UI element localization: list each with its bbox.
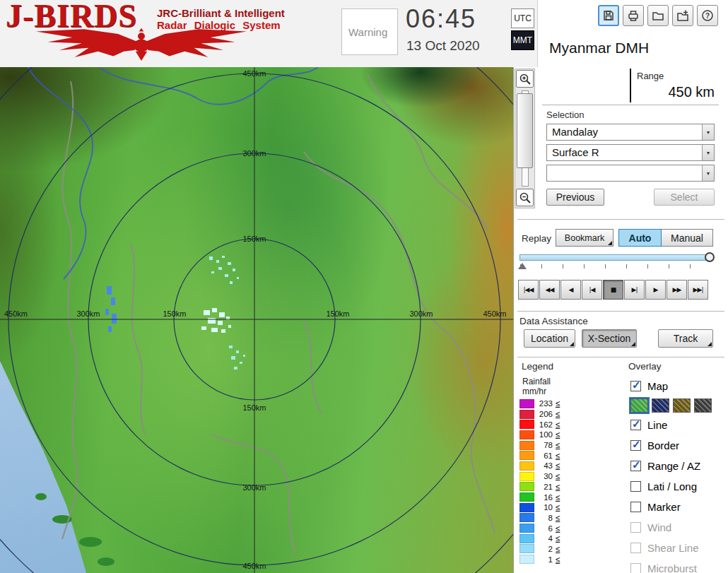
replay-mode-buttons: Bookmark Auto Manual xyxy=(556,229,713,247)
lte-symbol: ≤ xyxy=(556,545,560,553)
overlay-item-label: Line xyxy=(647,419,667,431)
zoom-slider-thumb[interactable] xyxy=(517,93,533,168)
location-button[interactable]: Location xyxy=(524,329,575,348)
legend-color-swatch xyxy=(519,524,534,533)
import-button[interactable] xyxy=(672,5,693,26)
chevron-down-icon[interactable] xyxy=(702,124,714,140)
manual-mode-button[interactable]: Manual xyxy=(662,229,713,247)
skip-to-end-button[interactable]: ▶▶| xyxy=(688,280,708,300)
legend-color-swatch xyxy=(519,420,534,429)
print-button[interactable] xyxy=(623,5,644,26)
overlay-item-line[interactable]: Line xyxy=(627,415,728,435)
help-button[interactable]: ? xyxy=(697,5,718,26)
range-group: Range 450 km xyxy=(542,69,719,105)
legend-unit-line2: mm/hr xyxy=(522,386,624,396)
overlay-label: Overlay xyxy=(628,361,728,372)
checkbox[interactable] xyxy=(630,440,641,451)
range-divider xyxy=(630,69,631,102)
save-button[interactable] xyxy=(598,5,619,26)
legend-value: 10 xyxy=(534,503,553,512)
bookmark-button[interactable]: Bookmark xyxy=(556,229,613,247)
zoom-out-button[interactable] xyxy=(516,189,534,206)
map-style-options xyxy=(630,396,728,415)
checkbox[interactable] xyxy=(630,420,641,430)
legend-color-swatch xyxy=(519,492,534,502)
lte-symbol: ≤ xyxy=(556,451,560,460)
fast-forward-button[interactable]: ▶▶ xyxy=(667,280,687,300)
legend-entries: 233≤206≤162≤100≤78≤61≤43≤30≤21≤16≤10≤8≤6… xyxy=(519,398,624,565)
legend-entry: 6≤ xyxy=(519,523,624,533)
step-forward-button[interactable]: ▶| xyxy=(624,280,645,300)
timeline-ticks xyxy=(520,264,711,268)
divider xyxy=(517,311,724,312)
replay-timeline-thumb[interactable] xyxy=(705,252,715,262)
replay-timeline-slider[interactable] xyxy=(519,254,712,261)
auto-mode-button[interactable]: Auto xyxy=(618,229,662,247)
warning-indicator[interactable]: Warning xyxy=(341,8,398,55)
legend-label: Legend xyxy=(522,361,624,372)
legend-entry: 43≤ xyxy=(519,461,624,471)
checkbox[interactable] xyxy=(630,481,641,492)
top-right-panel: ? Myanmar DMH xyxy=(537,0,728,67)
overlay-item-lati-long[interactable]: Lati / Long xyxy=(627,476,728,497)
legend-entry: 16≤ xyxy=(519,492,624,502)
data-assistance-group: Data Assistance Location X-Section Track xyxy=(514,316,728,354)
overlay-item-wind: Wind xyxy=(627,517,728,538)
lte-symbol: ≤ xyxy=(556,514,560,522)
clock-date: 13 Oct 2020 xyxy=(406,38,480,54)
lte-symbol: ≤ xyxy=(556,420,560,429)
legend-value: 8 xyxy=(534,514,553,522)
track-button[interactable]: Track xyxy=(658,329,713,348)
radar-map[interactable]: 450km 300km 150km 450km 300km 150km 150k… xyxy=(0,67,513,573)
utc-button[interactable]: UTC xyxy=(511,8,534,28)
checkbox[interactable] xyxy=(630,381,641,391)
map-style-navy[interactable] xyxy=(652,398,669,413)
checkbox[interactable] xyxy=(630,502,641,512)
legend-color-swatch xyxy=(519,482,534,491)
legend-unit-line1: Rainfall xyxy=(522,377,624,386)
overlay-item-microburst: Microburst xyxy=(627,558,728,573)
overlay-item-border[interactable]: Border xyxy=(627,435,728,456)
mmt-button[interactable]: MMT xyxy=(511,30,534,50)
select-button[interactable]: Select xyxy=(654,189,715,206)
fast-rewind-button[interactable]: ◀◀ xyxy=(539,280,560,300)
product-dropdown[interactable]: Surface R xyxy=(546,144,715,161)
legend-value: 162 xyxy=(534,420,553,429)
svg-text:450km: 450km xyxy=(483,309,506,318)
legend-color-swatch xyxy=(519,513,534,522)
checkbox[interactable] xyxy=(630,461,641,471)
zoom-in-button[interactable] xyxy=(516,70,534,88)
x-section-button[interactable]: X-Section xyxy=(582,329,637,348)
legend-entry: 8≤ xyxy=(519,513,624,524)
overlay-item-marker[interactable]: Marker xyxy=(627,497,728,517)
open-folder-button[interactable] xyxy=(647,5,669,26)
overlay-item-label: Wind xyxy=(647,521,671,533)
extra-dropdown[interactable] xyxy=(546,165,715,182)
play-button[interactable]: ▶ xyxy=(645,280,666,300)
map-style-green[interactable] xyxy=(630,398,648,413)
selection-label: Selection xyxy=(546,110,715,120)
play-reverse-button[interactable]: ◀ xyxy=(560,280,581,300)
step-back-button[interactable]: |◀ xyxy=(582,280,602,300)
map-style-olive[interactable] xyxy=(673,398,691,413)
overlay-item-range-az[interactable]: Range / AZ xyxy=(627,456,728,476)
header: J-BIRDS JRC-Brilliant & Intelligent Rada… xyxy=(0,0,537,67)
legend-value: 43 xyxy=(534,461,553,470)
divider xyxy=(517,357,724,358)
stop-button[interactable]: ■ xyxy=(603,280,623,300)
overlay-group: Overlay MapLineBorderRange / AZLati / Lo… xyxy=(627,361,728,573)
previous-button[interactable]: Previous xyxy=(546,189,604,206)
overlay-item-label: Marker xyxy=(647,501,681,513)
save-icon xyxy=(602,9,615,22)
skip-to-start-button[interactable]: |◀◀ xyxy=(518,280,539,300)
lte-symbol: ≤ xyxy=(556,524,560,533)
map-style-dark[interactable] xyxy=(694,398,712,413)
legend-value: 78 xyxy=(534,441,553,449)
chevron-down-icon[interactable] xyxy=(702,145,714,160)
chevron-down-icon[interactable] xyxy=(702,165,714,181)
lte-symbol: ≤ xyxy=(556,410,560,418)
overlay-item-label: Border xyxy=(647,439,679,451)
overlay-item-map[interactable]: Map xyxy=(627,376,728,396)
site-dropdown[interactable]: Mandalay xyxy=(546,124,715,141)
print-icon xyxy=(627,9,640,22)
